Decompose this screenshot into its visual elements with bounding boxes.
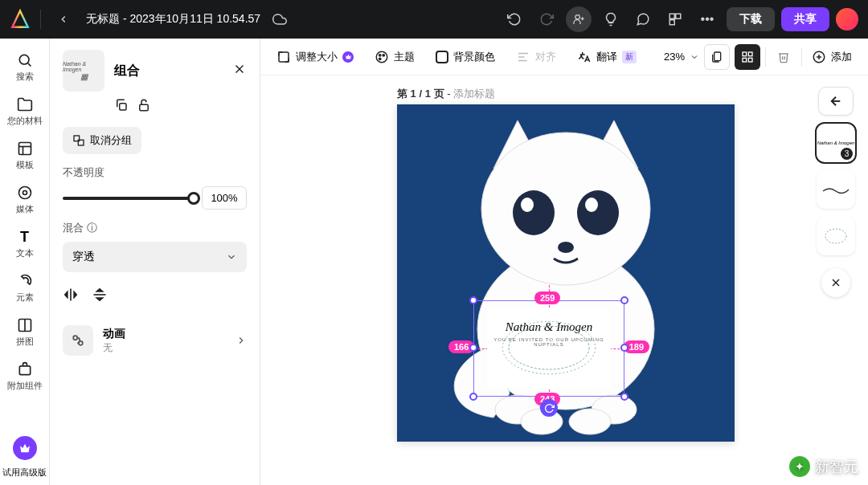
lock-icon[interactable]	[137, 98, 151, 116]
opacity-slider[interactable]	[63, 197, 194, 200]
chevron-down-icon[interactable]	[690, 52, 699, 62]
nav-back-button[interactable]	[818, 87, 854, 116]
chevron-down-icon	[226, 251, 237, 263]
panel-close-button[interactable]	[232, 62, 247, 79]
media-icon	[16, 184, 34, 202]
delete-button[interactable]	[771, 44, 796, 70]
selection-box[interactable]: Nathan & Imogen YOU'RE INVITED TO OUR UP…	[473, 300, 624, 397]
panel-title: 组合	[114, 63, 223, 79]
page-thumb-1[interactable]: Nathan & Imogen3	[817, 124, 855, 162]
resize-tool[interactable]: 调整大小	[272, 47, 358, 67]
svg-point-51	[585, 198, 598, 212]
duplicate-icon[interactable]	[114, 98, 129, 116]
svg-point-54	[509, 326, 589, 369]
undo-button[interactable]	[502, 6, 527, 32]
rail-media[interactable]: 媒体	[4, 179, 46, 220]
flip-horizontal-button[interactable]	[63, 287, 79, 306]
svg-rect-34	[714, 52, 721, 61]
rail-materials[interactable]: 您的材料	[4, 91, 46, 132]
page-label[interactable]: 第 1 / 1 页 - 添加标题	[397, 87, 495, 101]
properties-panel: Nathan & Imogen▦ 组合 取消分组 不透明度 100% 混合 ⓘ …	[50, 39, 260, 485]
rail-collage[interactable]: 拼图	[4, 312, 46, 353]
watermark: ✦ 新智元	[789, 456, 858, 477]
plus-circle-icon	[812, 50, 826, 64]
pages-view-button[interactable]	[704, 44, 730, 70]
left-rail: 搜索 您的材料 模板 媒体 T文本 元素 拼图 附加组件 试用高级版	[0, 39, 50, 485]
nav-close-button[interactable]	[821, 268, 850, 297]
svg-rect-35	[743, 52, 747, 56]
wreath-icon	[487, 309, 611, 386]
collage-icon	[16, 316, 34, 334]
resize-icon	[276, 50, 291, 64]
add-user-button[interactable]	[566, 6, 592, 32]
handle-bl[interactable]	[469, 393, 477, 401]
rail-addons[interactable]: 附加组件	[4, 356, 46, 397]
pro-badge-icon[interactable]	[13, 436, 37, 460]
svg-point-50	[521, 198, 534, 212]
translate-tool[interactable]: 翻译新	[572, 47, 641, 67]
ungroup-button[interactable]: 取消分组	[63, 127, 141, 154]
align-tool[interactable]: 对齐	[511, 47, 561, 67]
handle-mr[interactable]	[620, 344, 628, 352]
hint-button[interactable]	[598, 6, 624, 32]
svg-point-6	[19, 55, 29, 64]
context-toolbar: 调整大小 主题 背景颜色 对齐 翻译新 23% 添加	[260, 39, 868, 75]
invitation-card[interactable]: Nathan & Imogen YOU'RE INVITED TO OUR UP…	[487, 309, 611, 388]
svg-rect-4	[676, 14, 681, 18]
redo-button[interactable]	[534, 6, 559, 32]
svg-point-11	[18, 187, 31, 199]
rail-elements[interactable]: 元素	[4, 267, 46, 308]
animation-row[interactable]: 动画无	[63, 320, 247, 361]
theme-tool[interactable]: 主题	[370, 47, 420, 67]
page-thumb-3[interactable]	[817, 217, 855, 255]
pro-label[interactable]: 试用高级版	[2, 467, 47, 479]
more-button[interactable]: •••	[694, 6, 720, 32]
layers-button[interactable]	[735, 44, 760, 70]
handle-br[interactable]	[620, 393, 628, 401]
shapes-icon	[16, 272, 34, 290]
wechat-icon: ✦	[789, 456, 810, 477]
blend-select[interactable]: 穿透	[63, 242, 247, 272]
info-icon[interactable]: ⓘ	[87, 221, 97, 235]
svg-rect-26	[279, 52, 289, 62]
rotate-handle[interactable]	[540, 399, 558, 417]
back-button[interactable]	[51, 6, 76, 32]
rail-templates[interactable]: 模板	[4, 135, 46, 176]
bgcolor-tool[interactable]: 背景颜色	[431, 47, 500, 67]
cloud-status-icon[interactable]	[267, 6, 293, 32]
add-page-button[interactable]: 添加	[807, 47, 857, 67]
page-thumb-2[interactable]	[817, 170, 855, 209]
flip-vertical-button[interactable]	[92, 287, 108, 306]
handle-ml[interactable]	[469, 344, 477, 352]
stage[interactable]: 第 1 / 1 页 - 添加标题	[260, 75, 868, 485]
svg-point-49	[577, 190, 619, 235]
download-button[interactable]: 下载	[727, 7, 775, 31]
document-title[interactable]: 无标题 - 2023年10月11日 10.54.57	[86, 12, 260, 26]
app-logo	[10, 9, 31, 30]
page-navigator: Nathan & Imogen3	[817, 87, 855, 297]
rail-text[interactable]: T文本	[4, 223, 46, 264]
new-badge: 新	[622, 51, 637, 63]
svg-point-28	[379, 54, 381, 55]
opacity-input[interactable]: 100%	[202, 186, 247, 210]
svg-point-53	[502, 321, 596, 373]
user-avatar[interactable]	[836, 8, 858, 31]
ungroup-icon	[72, 134, 85, 147]
svg-rect-19	[140, 104, 149, 111]
handle-tl[interactable]	[469, 296, 477, 304]
dim-top: 259	[534, 291, 560, 304]
svg-rect-37	[743, 58, 747, 62]
search-icon	[16, 51, 34, 69]
handle-tr[interactable]	[620, 296, 628, 304]
svg-rect-18	[120, 104, 126, 110]
rail-search[interactable]: 搜索	[4, 47, 46, 88]
share-button[interactable]: 共享	[781, 7, 829, 31]
opacity-label: 不透明度	[63, 165, 247, 180]
zoom-value[interactable]: 23%	[664, 51, 685, 63]
layout-button[interactable]	[662, 6, 688, 32]
comment-button[interactable]	[630, 6, 656, 32]
translate-icon	[577, 50, 592, 64]
svg-point-0	[575, 15, 579, 19]
align-icon	[516, 50, 530, 64]
selection-thumbnail: Nathan & Imogen▦	[63, 50, 104, 92]
